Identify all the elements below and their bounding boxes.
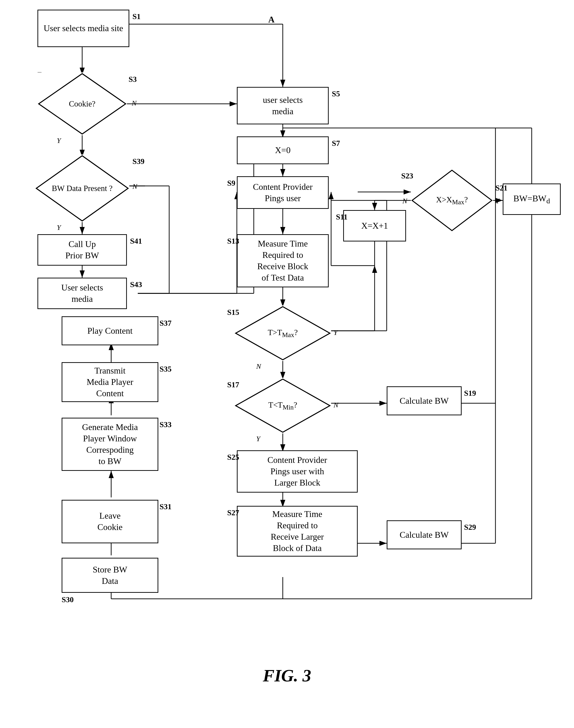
s29-box: Calculate BW — [387, 520, 462, 549]
figure-label: FIG. 3 — [0, 666, 574, 686]
s19-label: S19 — [464, 389, 476, 398]
s43-box: User selectsmedia — [37, 278, 127, 309]
s23-diamond: X>XMax? — [411, 169, 493, 232]
s23-label: S23 — [401, 172, 413, 180]
s11-box: X=X+1 — [343, 210, 406, 241]
s17-label: S17 — [227, 380, 239, 389]
s43-label: S43 — [130, 280, 142, 289]
s17-y-label: Y — [256, 435, 260, 443]
s1-label: S1 — [132, 12, 141, 21]
s29-label: S29 — [464, 523, 476, 532]
s3-label: S3 — [129, 75, 137, 84]
s11-label: S11 — [336, 213, 347, 221]
s5-box: user selectsmedia — [237, 87, 329, 124]
s19-box: Calculate BW — [387, 386, 462, 415]
s13-label: S13 — [227, 237, 239, 245]
s30-box: Store BWData — [62, 558, 158, 593]
s13-box: Measure TimeRequired toReceive Blockof T… — [237, 234, 329, 287]
s31-label: S31 — [160, 502, 172, 511]
point-a-label: A — [268, 14, 275, 25]
s41-label: S41 — [130, 237, 142, 245]
s35-label: S35 — [160, 365, 172, 373]
s1-box: User selects media site — [37, 10, 129, 47]
s21-box: BW=BWd — [503, 183, 561, 215]
s3-n-label: N — [132, 99, 136, 107]
s37-label: S37 — [160, 319, 172, 328]
s15-diamond: T>TMax? — [235, 306, 331, 361]
s23-n-label: N — [402, 197, 407, 205]
s39-y-label: Y — [57, 223, 61, 232]
s39-n-label: N — [132, 182, 137, 190]
s15-y-label: Y — [333, 328, 338, 336]
s41-box: Call UpPrior BW — [37, 234, 127, 266]
s9-label: S9 — [227, 179, 235, 188]
s7-label: S7 — [332, 139, 340, 148]
s15-label: S15 — [227, 308, 239, 317]
s33-box: Generate MediaPlayer WindowCorrespodingt… — [62, 418, 158, 471]
s37-box: Play Content — [62, 316, 158, 345]
s15-n-label: N — [256, 362, 261, 370]
s25-label: S25 — [227, 453, 239, 462]
diagram: User selects media site S1 A B Cookie? S… — [0, 0, 574, 700]
s33-label: S33 — [160, 420, 172, 429]
s3-diamond: Cookie? — [37, 73, 127, 135]
s5-label: S5 — [332, 89, 340, 98]
s39-label: S39 — [132, 157, 145, 166]
s7-box: X=0 — [237, 136, 329, 164]
s30-label: S30 — [62, 595, 74, 604]
s35-box: TransmitMedia PlayerContent — [62, 362, 158, 402]
s27-label: S27 — [227, 508, 239, 517]
s23-y-label: Y — [495, 197, 499, 205]
s17-n-label: N — [333, 401, 338, 409]
s3-y-label: Y — [57, 136, 61, 145]
s9-box: Content ProviderPings user — [237, 176, 329, 209]
s31-box: LeaveCookie — [62, 500, 158, 543]
s25-box: Content ProviderPings user withLarger Bl… — [237, 450, 358, 493]
s17-diamond: T<TMin? — [235, 378, 331, 434]
s21-label: S21 — [495, 183, 507, 192]
s27-box: Measure TimeRequired toReceive LargerBlo… — [237, 506, 358, 556]
s39-diamond: BW Data Present ? — [35, 154, 129, 222]
